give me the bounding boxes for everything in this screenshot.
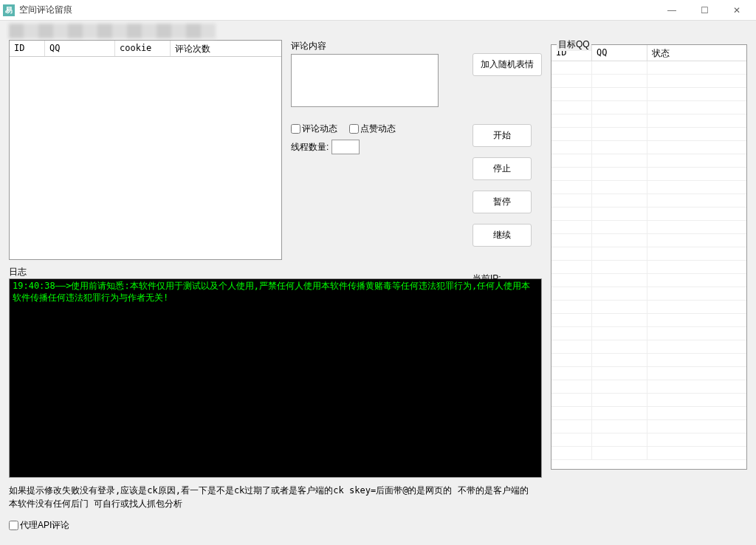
close-button[interactable]: ✕ xyxy=(721,0,753,21)
table-row[interactable] xyxy=(551,447,746,460)
proxy-api-text: 代理API评论 xyxy=(20,519,69,532)
table-row[interactable] xyxy=(551,154,746,168)
ip-value: 未获取 xyxy=(472,286,532,300)
table-row[interactable] xyxy=(551,128,746,141)
target-qq-table[interactable]: ID QQ 状态 xyxy=(551,44,747,470)
thread-count-input[interactable] xyxy=(331,140,360,154)
left-column: ID QQ cookie 评论次数 日志 19:40:38——>使用前请知悉:本… xyxy=(9,40,282,532)
like-dynamic-label[interactable]: 点赞动态 xyxy=(349,123,396,135)
comment-dynamic-label[interactable]: 评论动态 xyxy=(291,123,337,135)
table-row[interactable] xyxy=(551,114,746,128)
options-row: 评论动态 点赞动态 xyxy=(291,123,467,135)
titlebar: 易 空间评论留痕 — ☐ ✕ xyxy=(0,0,756,21)
table-row[interactable] xyxy=(551,287,746,301)
app-icon: 易 xyxy=(3,4,15,16)
col-comment-count[interactable]: 评论次数 xyxy=(171,41,281,56)
ip-info: 当前IP: 未获取 xyxy=(472,272,532,300)
proxy-api-checkbox[interactable] xyxy=(9,521,18,530)
add-emoji-button[interactable]: 加入随机表情 xyxy=(472,53,542,76)
table-row[interactable] xyxy=(551,194,746,208)
table-row[interactable] xyxy=(551,221,746,234)
ip-label-text: 当前IP: xyxy=(472,272,532,286)
accounts-table-header: ID QQ cookie 评论次数 xyxy=(10,41,281,57)
table-row[interactable] xyxy=(551,407,746,420)
table-row[interactable] xyxy=(551,380,746,394)
log-label: 日志 xyxy=(9,266,282,278)
comment-group: 评论内容 评论动态 点赞动态 xyxy=(291,40,467,154)
table-row[interactable] xyxy=(551,101,746,114)
target-col-qq[interactable]: QQ xyxy=(592,45,647,61)
right-column: 目标QQ ID QQ 状态 xyxy=(551,40,747,532)
table-row[interactable] xyxy=(551,234,746,247)
table-row[interactable] xyxy=(551,261,746,274)
maximize-button[interactable]: ☐ xyxy=(688,0,721,21)
table-row[interactable] xyxy=(551,141,746,154)
table-row[interactable] xyxy=(551,75,746,88)
comment-label: 评论内容 xyxy=(291,40,467,52)
window-controls: — ☐ ✕ xyxy=(656,0,753,21)
table-row[interactable] xyxy=(551,367,746,380)
comment-dynamic-checkbox[interactable] xyxy=(291,124,300,134)
table-row[interactable] xyxy=(551,168,746,181)
comment-textarea[interactable] xyxy=(291,54,439,107)
table-row[interactable] xyxy=(551,301,746,314)
start-button[interactable]: 开始 xyxy=(472,124,532,147)
table-row[interactable] xyxy=(551,61,746,75)
content-area: ID QQ cookie 评论次数 日志 19:40:38——>使用前请知悉:本… xyxy=(0,21,756,545)
accounts-table[interactable]: ID QQ cookie 评论次数 xyxy=(9,40,282,260)
thread-row: 线程数量: xyxy=(291,140,467,154)
target-qq-group: 目标QQ ID QQ 状态 xyxy=(551,44,747,470)
minimize-button[interactable]: — xyxy=(656,0,688,21)
blurred-toolbar xyxy=(9,24,216,38)
pause-button[interactable]: 暂停 xyxy=(472,191,532,213)
like-dynamic-checkbox[interactable] xyxy=(349,124,359,134)
table-row[interactable] xyxy=(551,314,746,327)
target-table-body xyxy=(551,61,746,469)
table-row[interactable] xyxy=(551,394,746,407)
thread-label: 线程数量: xyxy=(291,141,329,154)
comment-dynamic-text: 评论动态 xyxy=(302,123,337,135)
table-row[interactable] xyxy=(551,274,746,287)
table-row[interactable] xyxy=(551,88,746,101)
table-row[interactable] xyxy=(551,247,746,261)
table-row[interactable] xyxy=(551,181,746,194)
window-title: 空间评论留痕 xyxy=(19,4,656,16)
log-section: 日志 19:40:38——>使用前请知悉:本软件仅用于测试以及个人使用,严禁任何… xyxy=(9,266,282,478)
control-buttons: 开始 停止 暂停 继续 当前IP: 未获取 xyxy=(472,124,532,300)
app-window: 易 空间评论留痕 — ☐ ✕ ID QQ cookie 评论次数 xyxy=(0,0,756,545)
table-row[interactable] xyxy=(551,340,746,354)
target-qq-label: 目标QQ xyxy=(557,38,591,51)
table-row[interactable] xyxy=(551,420,746,433)
like-dynamic-text: 点赞动态 xyxy=(360,123,396,135)
col-qq[interactable]: QQ xyxy=(45,41,115,56)
resume-button[interactable]: 继续 xyxy=(472,224,532,247)
target-col-status[interactable]: 状态 xyxy=(647,45,746,61)
col-cookie[interactable]: cookie xyxy=(115,41,171,56)
stop-button[interactable]: 停止 xyxy=(472,157,532,180)
col-id[interactable]: ID xyxy=(10,41,45,56)
table-row[interactable] xyxy=(551,327,746,340)
table-row[interactable] xyxy=(551,354,746,367)
proxy-api-checkbox-label[interactable]: 代理API评论 xyxy=(9,519,282,532)
table-row[interactable] xyxy=(551,433,746,447)
table-row[interactable] xyxy=(551,208,746,221)
